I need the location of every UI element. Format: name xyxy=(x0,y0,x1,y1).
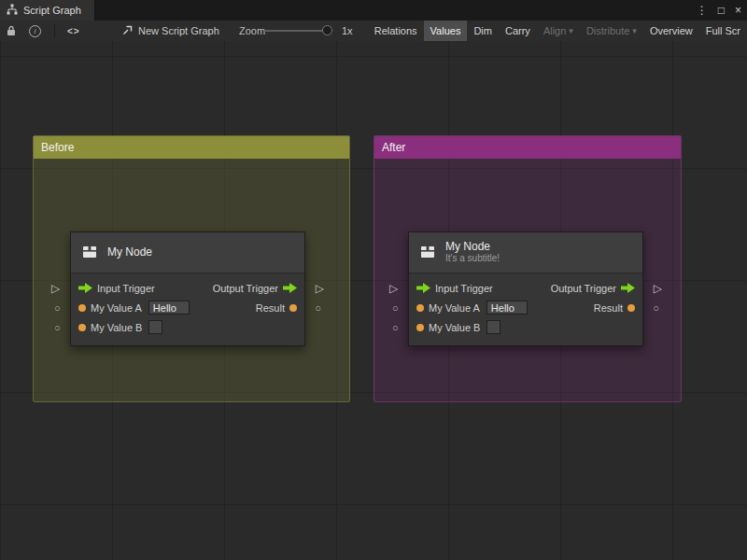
value-b-field[interactable] xyxy=(148,320,162,334)
group-header[interactable]: Before xyxy=(34,136,349,159)
graph-canvas[interactable]: Before After My Node xyxy=(0,41,747,560)
graph-input-value-connector[interactable]: ○ xyxy=(392,303,399,314)
tab-title: Script Graph xyxy=(23,5,81,16)
box-icon xyxy=(418,243,437,263)
node-body: Input Trigger Output Trigger My Value A … xyxy=(409,273,642,345)
tab-script-graph[interactable]: Script Graph xyxy=(0,0,95,21)
relations-button[interactable]: Relations xyxy=(368,21,424,41)
node-header: My Node It's a subtitle! xyxy=(409,232,642,273)
info-icon[interactable]: i xyxy=(29,21,41,41)
port-label: Output Trigger xyxy=(551,283,616,294)
graph-asset-icon xyxy=(122,24,134,37)
zoom-label: Zoom xyxy=(239,21,265,41)
port-label: Result xyxy=(594,302,623,314)
distribute-button[interactable]: Distribute ▾ xyxy=(580,21,643,41)
node-title: My Node xyxy=(445,241,500,253)
group-label: After xyxy=(382,141,405,154)
port-label: My Value A xyxy=(429,302,480,314)
value-b-port-icon[interactable] xyxy=(416,324,424,331)
window-controls: ⋮ □ × xyxy=(697,0,741,21)
graph-output-value-connector[interactable]: ○ xyxy=(653,303,659,314)
port-label: My Value B xyxy=(429,322,480,333)
zoom-value: 1x xyxy=(342,21,353,41)
chevron-down-icon: ▾ xyxy=(632,26,637,35)
value-a-port-icon[interactable] xyxy=(78,304,86,312)
value-a-field[interactable]: Hello xyxy=(148,301,190,315)
port-label: Input Trigger xyxy=(435,283,493,294)
maximize-icon[interactable]: □ xyxy=(718,0,725,21)
output-trigger-port-icon[interactable] xyxy=(283,283,297,293)
output-trigger-port-icon[interactable] xyxy=(621,283,635,293)
graph-asset-button[interactable]: New Script Graph xyxy=(122,21,219,41)
graph-input-flow-connector[interactable]: ▷ xyxy=(389,283,398,294)
script-graph-window: Script Graph ⋮ □ × i <> New Script xyxy=(0,0,747,560)
graph-asset-name: New Script Graph xyxy=(138,25,219,36)
port-row-value-a: My Value A Hello Result xyxy=(71,298,304,317)
overview-button[interactable]: Overview xyxy=(643,21,699,41)
value-a-field[interactable]: Hello xyxy=(486,301,528,315)
carry-button[interactable]: Carry xyxy=(499,21,537,41)
zoom-slider[interactable] xyxy=(264,21,337,41)
toolbar-buttons: Relations Values Dim Carry Align ▾ Distr… xyxy=(368,21,747,41)
port-label: Input Trigger xyxy=(97,283,155,294)
graph-output-value-connector[interactable]: ○ xyxy=(315,303,321,314)
values-button[interactable]: Values xyxy=(424,21,468,41)
value-b-field[interactable] xyxy=(486,320,500,334)
node-my-node-after[interactable]: My Node It's a subtitle! Input Trigger O… xyxy=(408,231,643,346)
zoom-slider-knob[interactable] xyxy=(322,25,332,35)
node-header: My Node xyxy=(71,232,304,273)
dim-button[interactable]: Dim xyxy=(467,21,499,41)
node-title: My Node xyxy=(107,246,152,259)
window-menu-icon[interactable]: ⋮ xyxy=(697,0,708,21)
box-icon xyxy=(80,243,99,263)
node-subtitle: It's a subtitle! xyxy=(445,253,500,264)
graph-toolbar: i <> New Script Graph Zoom 1x Relations … xyxy=(0,21,747,42)
result-port-icon[interactable] xyxy=(627,304,635,312)
group-label: Before xyxy=(41,141,74,154)
window-titlebar: Script Graph ⋮ □ × xyxy=(0,0,747,21)
port-row-trigger: Input Trigger Output Trigger xyxy=(71,278,304,298)
node-my-node-before[interactable]: My Node Input Trigger Output Trigger xyxy=(70,231,305,346)
graph-input-value-connector[interactable]: ○ xyxy=(392,323,399,333)
graph-input-value-connector[interactable]: ○ xyxy=(54,303,61,314)
value-b-port-icon[interactable] xyxy=(78,324,86,331)
graph-output-flow-connector[interactable]: ▷ xyxy=(316,283,324,294)
graph-output-flow-connector[interactable]: ▷ xyxy=(654,283,662,294)
port-row-value-b: My Value B xyxy=(409,317,642,337)
value-a-port-icon[interactable] xyxy=(416,304,424,312)
node-body: Input Trigger Output Trigger My Value A … xyxy=(71,273,304,345)
code-view-icon[interactable]: <> xyxy=(67,21,80,41)
chevron-down-icon: ▾ xyxy=(569,26,573,35)
lock-icon[interactable] xyxy=(7,21,16,41)
close-icon[interactable]: × xyxy=(735,0,741,21)
port-label: Result xyxy=(256,302,285,314)
input-trigger-port-icon[interactable] xyxy=(416,283,430,293)
port-label: My Value A xyxy=(91,302,142,314)
align-button[interactable]: Align ▾ xyxy=(537,21,580,41)
port-label: My Value B xyxy=(91,322,142,333)
port-row-value-a: My Value A Hello Result xyxy=(409,298,642,317)
graph-input-value-connector[interactable]: ○ xyxy=(54,323,61,333)
graph-input-flow-connector[interactable]: ▷ xyxy=(51,283,60,294)
port-row-value-b: My Value B xyxy=(71,317,304,337)
result-port-icon[interactable] xyxy=(289,304,297,312)
input-trigger-port-icon[interactable] xyxy=(78,283,92,293)
port-label: Output Trigger xyxy=(213,283,278,294)
toolbar-separator xyxy=(54,24,55,37)
port-row-trigger: Input Trigger Output Trigger xyxy=(409,278,642,298)
group-header[interactable]: After xyxy=(374,136,681,159)
fullscreen-button[interactable]: Full Scr xyxy=(699,21,747,41)
script-graph-icon xyxy=(7,4,18,17)
